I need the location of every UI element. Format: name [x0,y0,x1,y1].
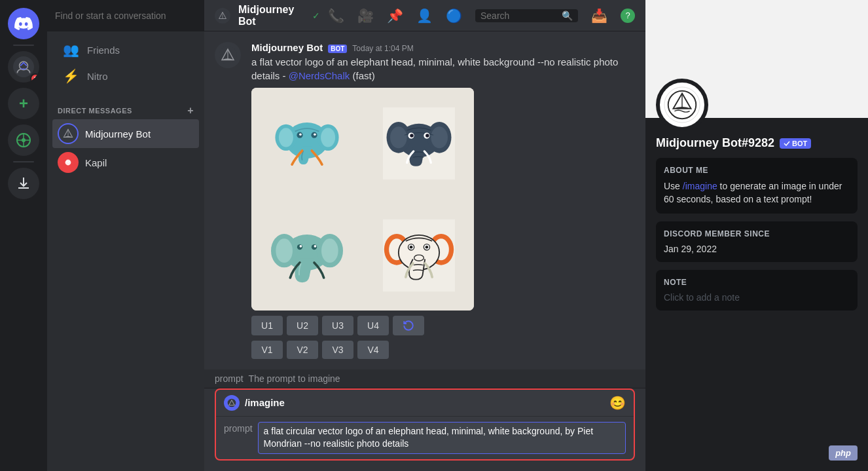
right-panel-header [645,0,868,118]
grid-cell-2[interactable] [363,88,474,198]
message-content: Midjourney Bot BOT Today at 1:04 PM a fl… [251,42,635,359]
dm-user-kapil[interactable]: Kapil [52,148,199,177]
kapil-name: Kapil [85,157,107,168]
u2-button[interactable]: U2 [287,316,318,335]
dm-user-midjourney[interactable]: Midjourney Bot [52,119,199,148]
input-top: /imagine 😊 [216,390,634,417]
message-text: a flat vector logo of an elephant head, … [251,56,635,83]
header-search-input[interactable] [480,10,559,21]
svg-point-0 [13,56,34,77]
note-title: NOTE [664,278,850,287]
right-username-row: Midjourney Bot#9282 BOT [656,136,858,150]
video-icon[interactable]: 🎥 [357,8,374,24]
member-since-title: DISCORD MEMBER SINCE [664,229,850,238]
svg-point-39 [311,244,316,250]
svg-point-25 [390,126,407,148]
nitro-label: Nitro [87,71,108,82]
server-divider-2 [13,161,34,162]
about-me-title: ABOUT ME [664,166,850,175]
direct-messages-label: DIRECT MESSAGES [58,107,132,115]
u4-button[interactable]: U4 [357,316,389,335]
header-search[interactable]: 🔍 [475,9,578,22]
svg-point-21 [314,133,316,136]
u1-button[interactable]: U1 [251,316,283,335]
input-avatar [224,395,240,411]
message-username: Midjourney Bot [251,42,323,53]
svg-point-20 [299,133,302,136]
friends-nav-item[interactable]: 👥 Friends [52,37,199,63]
prompt-bar-label: prompt [215,373,244,384]
discord-home-button[interactable] [8,8,39,39]
right-panel-body: Midjourney Bot#9282 BOT ABOUT ME Use /im… [645,118,868,471]
input-wrapper: /imagine 😊 prompt a flat circular vector… [215,388,635,461]
grid-cell-4[interactable] [363,200,474,311]
svg-point-35 [276,238,293,263]
svg-point-15 [278,128,293,147]
add-dm-button[interactable]: + [187,105,194,117]
pin-icon[interactable]: 📌 [387,8,403,24]
about-me-text: Use /imagine to generate an image in und… [664,180,850,206]
add-server-button[interactable]: + [8,88,39,119]
help-icon[interactable]: ? [621,9,635,23]
svg-point-27 [431,126,448,148]
action-buttons-u: U1 U2 U3 U4 [251,316,635,335]
v1-button[interactable]: V1 [251,341,283,359]
mention-link[interactable]: @NerdsChalk [289,70,350,81]
bot-badge: BOT [328,45,347,53]
grid-cell-3[interactable] [251,200,362,311]
dm-search-bar[interactable] [47,0,204,31]
input-command: /imagine [245,397,285,408]
chat-content: Midjourney Bot BOT Today at 1:04 PM a fl… [204,31,645,369]
download-button[interactable] [8,168,39,199]
midjourney-avatar [58,123,79,144]
verified-icon: ✓ [312,10,320,21]
message-timestamp: Today at 1:04 PM [352,44,413,53]
chat-header-name: Midjourney Bot [238,4,304,28]
explore-button[interactable] [8,124,39,156]
inbox-icon[interactable]: 📥 [591,8,607,24]
right-username-text: Midjourney Bot#9282 [656,136,774,150]
svg-point-3 [22,138,26,142]
prompt-bar: prompt The prompt to imagine [204,369,645,388]
header-icons: 📞 🎥 📌 👤 🔵 🔍 📥 ? [328,8,635,24]
member-since-date: Jan 29, 2022 [664,244,850,254]
imagine-link[interactable]: /imagine [683,181,717,191]
header-bot-avatar [215,8,230,24]
nitro-nav-item[interactable]: ⚡ Nitro [52,63,199,89]
right-panel: Midjourney Bot#9282 BOT ABOUT ME Use /im… [645,0,868,471]
action-buttons-v: V1 V2 V3 V4 [251,341,635,359]
midjourney-name: Midjourney Bot [85,128,151,140]
profile-icon[interactable]: 🔵 [446,8,462,24]
input-area: /imagine 😊 prompt a flat circular vector… [204,388,645,471]
svg-point-40 [299,245,302,248]
right-panel-avatar [656,79,708,131]
call-icon[interactable]: 📞 [328,8,344,24]
v4-button[interactable]: V4 [357,341,389,359]
search-input[interactable] [55,10,196,21]
image-grid-inner [251,88,474,311]
about-me-section: ABOUT ME Use /imagine to generate an ima… [656,158,858,214]
svg-point-41 [314,245,316,248]
add-member-icon[interactable]: 👤 [416,8,433,24]
kapil-avatar [58,152,79,173]
input-text-field[interactable]: a flat circular vector logo of an elepha… [258,422,626,454]
v2-button[interactable]: V2 [287,341,318,359]
refresh-button[interactable] [393,316,424,335]
user-server-icon[interactable]: 1 [8,51,39,83]
search-icon: 🔍 [562,10,573,21]
note-placeholder[interactable]: Click to add a note [664,292,850,303]
input-bottom: prompt a flat circular vector logo of an… [216,417,634,459]
prompt-bar-text: The prompt to imagine [249,373,340,384]
grid-cell-1[interactable] [251,88,362,198]
dm-sidebar: 👥 Friends ⚡ Nitro DIRECT MESSAGES + Midj… [47,0,204,471]
friends-label: Friends [87,45,120,56]
notification-badge: 1 [30,73,39,83]
u3-button[interactable]: U3 [322,316,353,335]
friends-icon: 👥 [63,42,79,58]
svg-point-51 [425,246,428,249]
main-chat: Midjourney Bot ✓ 📞 🎥 📌 👤 🔵 🔍 📥 ? [204,0,645,471]
emoji-button[interactable]: 😊 [609,395,626,411]
svg-point-38 [297,244,302,250]
v3-button[interactable]: V3 [322,341,353,359]
image-grid [251,88,474,311]
